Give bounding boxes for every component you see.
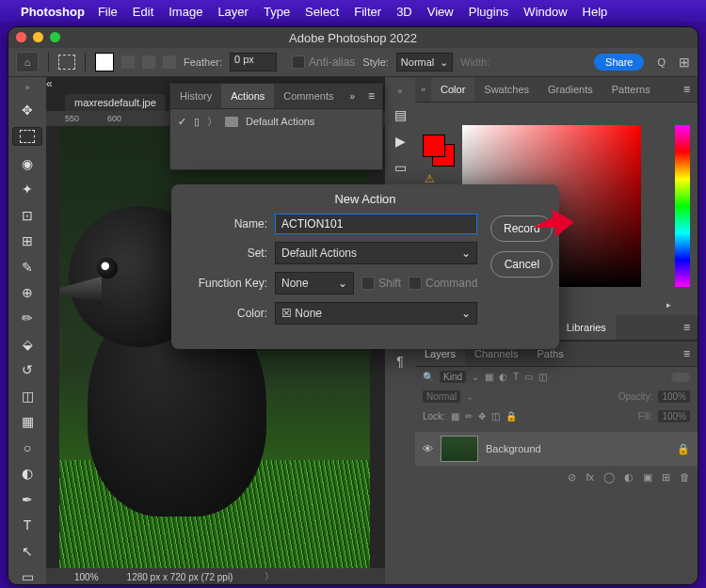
menu-type[interactable]: Type: [264, 5, 290, 19]
tab-color[interactable]: Color: [431, 77, 474, 102]
tab-swatches[interactable]: Swatches: [474, 77, 538, 102]
gamut-warning-icon[interactable]: ⚠: [425, 172, 435, 185]
collapse-icon[interactable]: »: [24, 83, 29, 92]
search-icon[interactable]: Q: [657, 56, 666, 68]
filter-toggle[interactable]: [671, 373, 690, 382]
mask-icon[interactable]: ◯: [603, 471, 615, 484]
lock-pixels-icon[interactable]: ✏: [465, 411, 473, 421]
intersect-selection-icon[interactable]: [163, 56, 176, 69]
zoom-icon[interactable]: [50, 32, 60, 42]
filter-smart-icon[interactable]: ◫: [538, 372, 547, 382]
menu-layer[interactable]: Layer: [217, 5, 249, 19]
workspace-icon[interactable]: ⊞: [679, 55, 690, 70]
app-name[interactable]: Photoshop: [21, 5, 85, 19]
menu-image[interactable]: Image: [168, 5, 202, 19]
marquee-tool-icon[interactable]: [58, 55, 75, 70]
tab-patterns[interactable]: Patterns: [602, 77, 660, 102]
brush-tool[interactable]: ✏: [17, 310, 38, 326]
frame-tool[interactable]: ⊞: [17, 232, 38, 248]
expand-icon[interactable]: «: [46, 77, 53, 90]
tab-libraries[interactable]: Libraries: [557, 315, 616, 340]
check-icon[interactable]: ✓: [178, 116, 186, 128]
filter-shape-icon[interactable]: ▭: [524, 372, 533, 382]
menu-filter[interactable]: Filter: [354, 5, 381, 19]
close-icon[interactable]: [16, 32, 26, 42]
tab-history[interactable]: History: [170, 84, 221, 108]
adjustment-icon[interactable]: ◐: [624, 471, 634, 484]
panel-menu-icon[interactable]: ≡: [676, 321, 698, 334]
layer-row[interactable]: 👁 Background 🔒: [415, 432, 698, 466]
lock-all-icon[interactable]: 🔒: [505, 411, 517, 421]
comment-icon[interactable]: ▭: [394, 160, 407, 175]
type-tool[interactable]: T: [17, 517, 38, 533]
hue-slider[interactable]: [675, 125, 690, 287]
tab-actions[interactable]: Actions: [221, 84, 274, 108]
dialog-toggle-icon[interactable]: ▯: [194, 116, 200, 128]
wand-tool[interactable]: ✦: [17, 181, 38, 197]
disclosure-icon[interactable]: 〉: [207, 115, 217, 129]
menu-window[interactable]: Window: [523, 5, 567, 19]
collapse-icon[interactable]: »: [415, 85, 431, 94]
action-name-input[interactable]: [275, 214, 477, 234]
menu-select[interactable]: Select: [305, 5, 339, 19]
panel-menu-icon[interactable]: ≡: [676, 83, 698, 96]
foreground-swatch[interactable]: [423, 135, 445, 157]
tab-gradients[interactable]: Gradients: [538, 77, 602, 102]
menu-view[interactable]: View: [427, 5, 454, 19]
set-select[interactable]: Default Actions⌄: [275, 242, 477, 264]
history-brush-tool[interactable]: ↺: [17, 362, 38, 378]
minimize-icon[interactable]: [33, 32, 43, 42]
menu-edit[interactable]: Edit: [133, 5, 153, 19]
lock-artboard-icon[interactable]: ◫: [491, 411, 500, 421]
panel-menu-icon[interactable]: ≡: [676, 347, 698, 360]
link-icon[interactable]: ⊘: [568, 471, 576, 484]
tab-comments[interactable]: Comments: [274, 84, 343, 108]
blur-tool[interactable]: ○: [17, 439, 38, 455]
color-select[interactable]: ☒ None⌄: [275, 302, 477, 325]
lock-transparency-icon[interactable]: ▦: [451, 411, 459, 421]
group-icon[interactable]: ▣: [643, 471, 652, 484]
feather-input[interactable]: 0 px: [230, 53, 277, 72]
eyedropper-tool[interactable]: ✎: [17, 259, 38, 275]
expand-icon[interactable]: «: [397, 87, 402, 96]
brushes-icon[interactable]: ▤: [394, 107, 407, 122]
filter-kind-icon[interactable]: 🔍: [423, 372, 434, 382]
gradient-tool[interactable]: ▦: [17, 414, 38, 430]
menu-plugins[interactable]: Plugins: [469, 5, 509, 19]
zoom-level[interactable]: 100%: [74, 572, 99, 582]
marquee-tool[interactable]: [12, 127, 42, 145]
eraser-tool[interactable]: ◫: [17, 388, 38, 404]
document-tab[interactable]: maxresdefault.jpe: [65, 94, 166, 111]
opacity-value[interactable]: 100%: [658, 390, 690, 403]
fx-icon[interactable]: fx: [586, 471, 594, 483]
filter-pixel-icon[interactable]: ▦: [485, 372, 493, 382]
add-selection-icon[interactable]: [121, 56, 135, 69]
paragraph-icon[interactable]: ¶: [396, 354, 404, 369]
shift-checkbox[interactable]: [361, 277, 375, 290]
action-set-row[interactable]: ✓ ▯ 〉 Default Actions: [170, 109, 382, 134]
shape-tool[interactable]: ▭: [17, 568, 38, 584]
collapse-icon[interactable]: »: [344, 91, 361, 102]
move-tool[interactable]: ✥: [17, 102, 38, 118]
new-selection-icon[interactable]: [95, 53, 114, 72]
blend-mode[interactable]: Normal: [423, 390, 460, 403]
layer-thumbnail[interactable]: [441, 436, 478, 462]
style-select[interactable]: Normal⌄: [396, 53, 453, 72]
lock-position-icon[interactable]: ✥: [478, 411, 486, 421]
visibility-icon[interactable]: 👁: [423, 443, 433, 454]
subtract-selection-icon[interactable]: [142, 56, 155, 69]
fill-value[interactable]: 100%: [658, 410, 690, 422]
play-icon[interactable]: ▶: [395, 134, 406, 149]
menu-help[interactable]: Help: [583, 5, 608, 19]
filter-kind[interactable]: Kind: [440, 371, 466, 383]
cancel-button[interactable]: Cancel: [490, 251, 553, 278]
pen-tool[interactable]: ✒: [17, 491, 38, 507]
delete-icon[interactable]: 🗑: [680, 471, 690, 483]
home-button[interactable]: ⌂: [16, 52, 39, 72]
menu-file[interactable]: File: [98, 5, 118, 19]
dodge-tool[interactable]: ◐: [17, 466, 38, 482]
filter-type-icon[interactable]: T: [513, 372, 519, 382]
stamp-tool[interactable]: ⬙: [17, 336, 38, 352]
panel-menu-icon[interactable]: ≡: [361, 89, 382, 103]
filter-adjust-icon[interactable]: ◐: [499, 372, 507, 382]
